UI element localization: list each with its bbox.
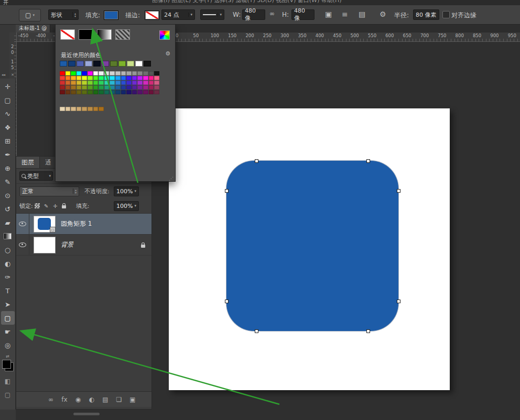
eyedropper-tool[interactable]: ✒: [1, 148, 15, 161]
color-swatch[interactable]: [104, 76, 110, 80]
delete-layer-icon[interactable]: ▣: [128, 396, 137, 403]
color-swatch[interactable]: [77, 85, 82, 90]
color-swatch[interactable]: [82, 85, 87, 90]
shape-anchor-handle[interactable]: [397, 300, 400, 303]
color-swatch[interactable]: [88, 71, 93, 75]
rectangle-tool[interactable]: ▢: [1, 311, 15, 325]
color-swatch[interactable]: [110, 90, 115, 94]
color-swatch[interactable]: [132, 71, 137, 75]
color-swatch[interactable]: [104, 90, 110, 94]
color-swatch[interactable]: [143, 85, 148, 90]
color-swatch[interactable]: [82, 76, 87, 80]
color-swatch[interactable]: [110, 81, 115, 85]
gear-icon[interactable]: ⚙: [165, 50, 170, 57]
stroke-type-field[interactable]: ▾: [200, 9, 224, 20]
swap-colors-icon[interactable]: ⇄: [6, 354, 9, 359]
color-picker-icon[interactable]: [159, 30, 170, 40]
color-swatch[interactable]: [115, 71, 121, 75]
rounded-rectangle-shape[interactable]: [226, 161, 398, 331]
color-swatch[interactable]: [71, 81, 76, 85]
recent-color-swatch[interactable]: [93, 61, 101, 67]
color-swatch[interactable]: [77, 107, 82, 111]
color-swatch[interactable]: [93, 81, 99, 85]
color-swatch[interactable]: [115, 76, 121, 80]
color-swatch[interactable]: [115, 85, 121, 90]
layer-effects-icon[interactable]: fx: [60, 396, 69, 403]
path-select-tool[interactable]: ➤: [1, 297, 15, 311]
color-swatch[interactable]: [82, 90, 87, 94]
link-dimensions-icon[interactable]: ∞: [269, 10, 275, 17]
color-swatch[interactable]: [82, 107, 87, 111]
color-swatch[interactable]: [71, 85, 76, 90]
color-swatch[interactable]: [82, 81, 87, 85]
gradient-swatch[interactable]: [97, 29, 112, 40]
gradient-tool[interactable]: [1, 229, 15, 243]
color-swatch[interactable]: [77, 81, 82, 85]
color-swatch[interactable]: [66, 107, 71, 111]
tool-mode-select[interactable]: 形状 ▴▾: [48, 9, 79, 20]
color-swatch[interactable]: [110, 76, 115, 80]
color-swatch[interactable]: [60, 90, 65, 94]
path-operations-icon[interactable]: ▣: [325, 10, 332, 18]
document-tab[interactable]: 未标题-1 @: [16, 24, 50, 33]
layer-group-icon[interactable]: ▤: [101, 396, 110, 403]
shape-anchor-handle[interactable]: [366, 159, 370, 163]
layer-row[interactable]: ▢圆角矩形 1: [16, 214, 151, 235]
color-swatch[interactable]: [104, 85, 110, 90]
new-layer-icon[interactable]: ❏: [115, 396, 123, 403]
lock-paint-icon[interactable]: ✎: [42, 203, 51, 209]
color-swatch[interactable]: [132, 85, 137, 90]
recent-color-swatch[interactable]: [127, 61, 134, 67]
lock-all-icon[interactable]: [60, 204, 69, 208]
color-swatch[interactable]: [143, 71, 148, 75]
zoom-tool[interactable]: ◎: [1, 338, 15, 352]
color-swatch[interactable]: [126, 85, 132, 90]
color-swatch[interactable]: [104, 81, 110, 85]
color-swatch[interactable]: [60, 85, 65, 90]
hand-tool[interactable]: ☛: [1, 325, 15, 338]
color-swatch[interactable]: [143, 81, 148, 85]
recent-color-swatch[interactable]: [110, 61, 117, 67]
pattern-swatch[interactable]: [115, 29, 130, 40]
color-swatch[interactable]: [143, 90, 148, 94]
color-swatch[interactable]: [88, 76, 93, 80]
dodge-tool[interactable]: ◐: [1, 257, 15, 270]
color-swatch[interactable]: [121, 81, 126, 85]
layer-filter-select[interactable]: 类型 ▾: [19, 171, 53, 181]
color-swatch[interactable]: [88, 107, 93, 111]
lock-position-icon[interactable]: ✛: [51, 203, 60, 209]
scrollbar-thumb[interactable]: [73, 413, 100, 415]
screen-mode-icon[interactable]: ▢: [5, 391, 10, 399]
color-swatch[interactable]: [121, 85, 126, 90]
color-swatch[interactable]: [137, 85, 143, 90]
color-swatch[interactable]: [110, 85, 115, 90]
color-swatch[interactable]: [77, 71, 82, 75]
color-swatch[interactable]: [121, 76, 126, 80]
color-swatch[interactable]: [149, 71, 154, 75]
shape-anchor-handle[interactable]: [255, 159, 258, 163]
move-tool[interactable]: ✛: [1, 80, 15, 93]
layer-mask-icon[interactable]: ◉: [74, 396, 82, 403]
color-swatch[interactable]: [149, 90, 154, 94]
color-swatch[interactable]: [88, 85, 93, 90]
color-swatch[interactable]: [126, 76, 132, 80]
tool-preset-picker[interactable]: ▢ ▾: [19, 9, 41, 21]
adjustment-layer-icon[interactable]: ◐: [88, 396, 96, 403]
shape-anchor-handle[interactable]: [225, 300, 229, 303]
color-swatch[interactable]: [60, 81, 65, 85]
gear-icon[interactable]: ⚙: [380, 10, 386, 18]
collapse-panel-icon[interactable]: ◂◂: [2, 73, 5, 77]
align-edges-checkbox[interactable]: [442, 11, 450, 18]
quick-mask-icon[interactable]: ◧: [5, 378, 10, 385]
recent-color-swatch[interactable]: [85, 61, 92, 67]
pen-tool[interactable]: ✑: [1, 270, 15, 284]
canvas[interactable]: [169, 108, 450, 390]
history-brush-tool[interactable]: ↺: [1, 202, 15, 216]
solid-color-swatch[interactable]: [79, 29, 93, 40]
no-color-swatch[interactable]: [60, 29, 75, 40]
color-swatch[interactable]: [60, 71, 65, 75]
color-swatch[interactable]: [71, 107, 76, 111]
color-swatch[interactable]: [143, 76, 148, 80]
recent-color-swatch[interactable]: [102, 61, 109, 67]
color-swatch[interactable]: [71, 90, 76, 94]
